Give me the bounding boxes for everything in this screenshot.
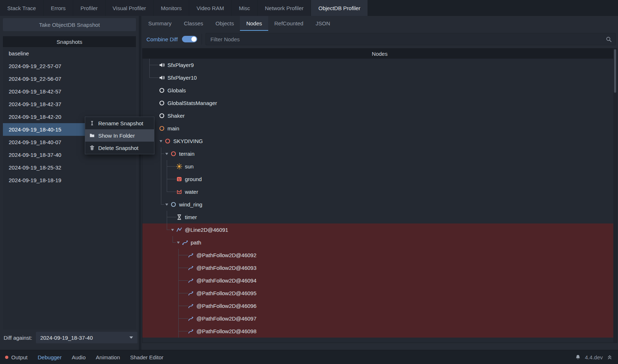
chevron-down-icon — [129, 336, 133, 339]
vertical-scrollbar[interactable] — [613, 49, 617, 343]
bottom-item-shader-editor[interactable]: Shader Editor — [125, 350, 169, 364]
snapshot-item-2024-09-19-18-42-37[interactable]: 2024-09-19_18-42-37 — [3, 98, 136, 110]
tab-refcounted[interactable]: RefCounted — [268, 16, 310, 31]
nodes-table-header[interactable]: Nodes — [142, 49, 617, 59]
snapshot-item-2024-09-19-18-18-19[interactable]: 2024-09-19_18-18-19 — [3, 174, 136, 187]
tree-row-terrain[interactable]: terrain — [142, 147, 613, 160]
tree-row-pathfollow2d-46098[interactable]: @PathFollow2D@46098 — [142, 325, 613, 338]
folder-icon — [89, 132, 95, 139]
collapse-arrow-icon[interactable] — [164, 147, 170, 160]
collapse-arrow-icon[interactable] — [158, 135, 164, 147]
node-orange-icon — [158, 125, 165, 132]
tree-row-line2d-46091[interactable]: @Line2D@46091 — [142, 223, 613, 236]
snapshot-list: baseline2024-09-19_22-57-072024-09-19_22… — [3, 47, 136, 330]
tree-row-pathfollow2d-46092[interactable]: @PathFollow2D@46092 — [142, 249, 613, 262]
tab-objects[interactable]: Objects — [210, 16, 240, 31]
top-tab-visual-profiler[interactable]: Visual Profiler — [105, 0, 153, 16]
rename-icon — [89, 120, 95, 126]
tree-node-label: terrain — [179, 151, 195, 157]
tree-row-sfxplayer9[interactable]: SfxPlayer9 — [142, 59, 613, 71]
trash-icon — [89, 145, 95, 151]
bottom-item-animation[interactable]: Animation — [91, 350, 125, 364]
profiler-tab-bar: SummaryClassesObjectsNodesRefCountedJSON — [141, 16, 618, 31]
tree-row-pathfollow2d-46096[interactable]: @PathFollow2D@46096 — [142, 300, 613, 312]
expand-bottom-panel-icon[interactable] — [606, 354, 613, 360]
bottom-item-debugger[interactable]: Debugger — [33, 350, 67, 364]
tree-row-wind-ring[interactable]: wind_ring — [142, 198, 613, 211]
top-tab-stack-trace[interactable]: Stack Trace — [0, 0, 43, 16]
diff-against-dropdown[interactable]: 2024-09-19_18-37-40 — [36, 332, 137, 343]
collapse-arrow-icon[interactable] — [176, 236, 182, 249]
tree-line — [164, 274, 170, 287]
combine-diff-toggle[interactable] — [182, 36, 197, 42]
tree-line — [147, 84, 153, 97]
top-tab-misc[interactable]: Misc — [232, 0, 257, 16]
top-tab-objectdb-profiler[interactable]: ObjectDB Profiler — [311, 0, 368, 16]
filter-nodes-input[interactable] — [210, 36, 605, 43]
tree-row-globalstatsmanager[interactable]: GlobalStatsManager — [142, 97, 613, 109]
tab-nodes[interactable]: Nodes — [240, 16, 268, 31]
tab-classes[interactable]: Classes — [178, 16, 209, 31]
tree-line — [164, 312, 170, 325]
tree-line — [153, 97, 158, 109]
tree-row-pathfollow2d-46097[interactable]: @PathFollow2D@46097 — [142, 312, 613, 325]
menu-item-rename-snapshot[interactable]: Rename Snapshot — [85, 117, 154, 129]
node-white-icon — [158, 113, 165, 119]
tree-line — [147, 262, 153, 274]
collapse-arrow-icon[interactable] — [170, 223, 176, 236]
top-tab-network-profiler[interactable]: Network Profiler — [258, 0, 311, 16]
collapse-arrow-icon[interactable] — [164, 198, 170, 211]
tree-line — [153, 198, 158, 211]
snapshot-item-2024-09-19-18-42-57[interactable]: 2024-09-19_18-42-57 — [3, 85, 136, 98]
tree-line — [170, 211, 176, 223]
tree-line — [176, 249, 182, 262]
snapshot-item-2024-09-19-18-25-32[interactable]: 2024-09-19_18-25-32 — [3, 161, 136, 174]
tree-row-skydiving[interactable]: SKYDIVING — [142, 135, 613, 147]
tree-line — [164, 185, 170, 198]
tree-line — [147, 160, 153, 173]
tree-line — [147, 71, 153, 84]
top-tab-errors[interactable]: Errors — [43, 0, 73, 16]
top-tab-monitors[interactable]: Monitors — [154, 0, 189, 16]
snapshot-item-baseline[interactable]: baseline — [3, 47, 136, 60]
tree-line — [158, 147, 164, 160]
tree-line — [153, 223, 158, 236]
tab-json[interactable]: JSON — [310, 16, 336, 31]
bell-icon[interactable] — [575, 354, 581, 360]
tree-row-shaker[interactable]: Shaker — [142, 109, 613, 122]
menu-item-delete-snapshot[interactable]: Delete Snapshot — [85, 142, 154, 154]
bottom-item-output[interactable]: Output — [0, 350, 33, 364]
tree-line — [153, 59, 158, 71]
snapshot-item-2024-09-19-22-57-07[interactable]: 2024-09-19_22-57-07 — [3, 60, 136, 72]
pathfollow-icon — [187, 303, 194, 309]
tree-line — [147, 312, 153, 325]
tree-row-main[interactable]: main — [142, 122, 613, 135]
panel-splitter[interactable] — [139, 16, 141, 350]
tree-node-label: SfxPlayer10 — [167, 75, 197, 81]
top-tab-video-ram[interactable]: Video RAM — [189, 0, 231, 16]
menu-item-show-in-folder[interactable]: Show In Folder — [85, 129, 154, 142]
tree-node-label: wind_ring — [179, 201, 202, 208]
tree-row-pathfollow2d-46093[interactable]: @PathFollow2D@46093 — [142, 262, 613, 274]
tree-row-ground[interactable]: ground — [142, 173, 613, 185]
tree-row-pathfollow2d-46095[interactable]: @PathFollow2D@46095 — [142, 287, 613, 300]
tree-row-water[interactable]: water — [142, 185, 613, 198]
node-blue-icon — [170, 201, 177, 208]
bottom-item-audio[interactable]: Audio — [67, 350, 91, 364]
top-tab-profiler[interactable]: Profiler — [73, 0, 105, 16]
tree-node-label: path — [191, 239, 201, 246]
take-snapshot-button[interactable]: Take ObjectDB Snapshot — [3, 18, 136, 31]
tree-line — [170, 249, 176, 262]
snapshot-item-2024-09-19-22-56-07[interactable]: 2024-09-19_22-56-07 — [3, 72, 136, 85]
tree-row-timer[interactable]: timer — [142, 211, 613, 223]
tree-node-label: @PathFollow2D@46095 — [196, 290, 257, 296]
tree-row-sun[interactable]: sun — [142, 160, 613, 173]
tab-summary[interactable]: Summary — [142, 16, 178, 31]
tree-row-sfxplayer10[interactable]: SfxPlayer10 — [142, 71, 613, 84]
tree-node-label: timer — [185, 214, 197, 220]
tree-row-globals[interactable]: Globals — [142, 84, 613, 97]
tree-row-path[interactable]: path — [142, 236, 613, 249]
tree-line — [176, 325, 182, 338]
scrollbar-thumb[interactable] — [614, 49, 616, 93]
tree-row-pathfollow2d-46094[interactable]: @PathFollow2D@46094 — [142, 274, 613, 287]
